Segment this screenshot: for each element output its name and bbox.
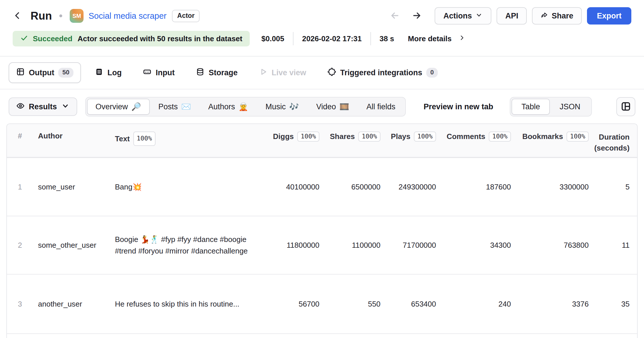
share-icon: [541, 11, 548, 21]
divider: [293, 32, 293, 45]
shares-cell: 1100000: [319, 241, 380, 250]
table-row[interactable]: 3 another_user He refuses to skip this i…: [7, 274, 637, 333]
column-header-author[interactable]: Author: [38, 132, 115, 140]
column-settings-button[interactable]: [616, 97, 635, 116]
comments-cell: 187600: [436, 183, 511, 191]
format-json-option[interactable]: JSON: [550, 99, 590, 115]
column-header-text[interactable]: Text 100%: [115, 132, 262, 146]
author-cell: some_user: [38, 183, 115, 191]
row-index: 3: [7, 300, 38, 309]
film-frames-emoji: 🎞️: [340, 102, 349, 111]
column-header-shares[interactable]: Shares 100%: [319, 132, 380, 142]
page-title: Run: [31, 10, 52, 22]
tab-input-label: Input: [156, 68, 175, 77]
view-all-fields[interactable]: All fields: [358, 99, 404, 115]
view-video[interactable]: Video 🎞️: [308, 99, 358, 115]
tab-output[interactable]: Output 50: [9, 62, 81, 83]
text-fill-badge: 100%: [133, 132, 156, 146]
diggs-cell: 40100000: [262, 183, 319, 191]
duration-cell: 35: [589, 300, 637, 309]
run-datetime: 2026-02-02 17:31: [302, 34, 362, 43]
column-header-plays[interactable]: Plays 100%: [380, 132, 436, 142]
view-posts[interactable]: Posts ✉️: [150, 99, 200, 115]
bookmarks-fill-badge: 100%: [567, 132, 589, 142]
status-badge: Succeeded Actor succeeded with 50 result…: [13, 31, 250, 46]
text-cell: 🙂: [115, 334, 262, 338]
api-button[interactable]: API: [497, 7, 527, 25]
text-cell: He refuses to skip this in his routine..…: [115, 298, 262, 310]
view-posts-label: Posts: [158, 102, 178, 111]
status-state: Succeeded: [33, 34, 72, 43]
magnifier-emoji: 🔎: [131, 102, 141, 111]
diggs-cell: 56700: [262, 300, 319, 309]
shares-cell: 550: [319, 300, 380, 309]
view-overview[interactable]: Overview 🔎: [87, 99, 150, 115]
more-details-label: More details: [408, 34, 452, 43]
tab-input[interactable]: Input: [135, 62, 182, 83]
comments-cell: 34300: [436, 241, 511, 250]
view-all-fields-label: All fields: [366, 102, 395, 111]
tab-log[interactable]: Log: [87, 62, 129, 83]
author-cell: another_user: [38, 300, 115, 309]
export-button[interactable]: Export: [587, 7, 631, 25]
actions-button[interactable]: Actions: [435, 7, 491, 25]
tab-output-label: Output: [29, 68, 54, 77]
text-cell: Boogie 💃🕺 #fyp #fyy #dance #boogie #tren…: [115, 234, 262, 257]
tab-triggered-integrations[interactable]: Triggered integrations 0: [320, 62, 445, 83]
run-detail-page: Run SM Social media scraper Actor Action…: [0, 0, 644, 338]
plays-cell: 249300000: [380, 183, 436, 191]
elf-emoji: 🧝: [238, 102, 248, 111]
format-table-option[interactable]: Table: [512, 99, 550, 115]
comments-header-label: Comments: [447, 132, 485, 141]
row-index: 1: [7, 183, 38, 191]
actor-name-link[interactable]: Social media scraper: [88, 11, 166, 21]
shares-fill-badge: 100%: [358, 132, 380, 142]
status-message: Actor succeeded with 50 results in the d…: [77, 34, 242, 43]
bookmarks-cell: 3376: [511, 300, 589, 309]
column-header-index[interactable]: #: [7, 132, 38, 140]
tab-storage-label: Storage: [209, 68, 238, 77]
column-header-bookmarks[interactable]: Bookmarks 100%: [511, 132, 589, 142]
view-switcher: Overview 🔎 Posts ✉️ Authors 🧝 Music 🎶 Vi…: [85, 97, 406, 117]
bookmarks-cell: 3300000: [511, 183, 589, 191]
envelope-emoji: ✉️: [181, 102, 191, 111]
view-authors[interactable]: Authors 🧝: [200, 99, 257, 115]
share-button[interactable]: Share: [532, 7, 582, 25]
chevron-left-icon: [13, 11, 22, 21]
author-header-label: Author: [38, 132, 62, 140]
duration-cell: 11: [589, 241, 637, 250]
column-header-duration[interactable]: Duration (seconds): [589, 132, 637, 153]
status-row: Succeeded Actor succeeded with 50 result…: [0, 31, 644, 47]
format-toggle: Table JSON: [510, 97, 592, 117]
actions-label: Actions: [443, 12, 472, 20]
columns-layout-icon: [621, 101, 631, 112]
plays-header-label: Plays: [391, 132, 410, 141]
bookmarks-cell: 763800: [511, 241, 589, 250]
next-run-button[interactable]: [412, 10, 422, 22]
plays-cell: 71700000: [380, 241, 436, 250]
view-music[interactable]: Music 🎶: [257, 99, 308, 115]
more-details-button[interactable]: More details: [408, 34, 465, 43]
integrations-count-badge: 0: [426, 68, 438, 78]
table-row[interactable]: 1 some_user Bang💥 40100000 6500000 24930…: [7, 157, 637, 216]
previous-run-button[interactable]: [390, 10, 400, 22]
table-row[interactable]: 2 some_other_user Boogie 💃🕺 #fyp #fyy #d…: [7, 216, 637, 274]
divider: [370, 32, 371, 45]
format-table-label: Table: [521, 102, 540, 111]
table-row-partial[interactable]: 🙂: [7, 333, 637, 338]
column-header-comments[interactable]: Comments 100%: [436, 132, 511, 142]
results-dropdown[interactable]: Results: [9, 97, 77, 116]
tab-storage[interactable]: Storage: [188, 62, 245, 83]
row-index: 2: [7, 241, 38, 250]
preview-in-new-tab-button[interactable]: Preview in new tab: [424, 102, 493, 111]
eye-icon: [16, 102, 25, 112]
comments-fill-badge: 100%: [489, 132, 511, 142]
actor-type-badge: Actor: [172, 10, 200, 22]
run-duration: 38 s: [380, 34, 394, 43]
tab-log-label: Log: [107, 68, 122, 77]
back-button[interactable]: [13, 11, 22, 21]
column-header-diggs[interactable]: Diggs 100%: [262, 132, 319, 142]
view-authors-label: Authors: [208, 102, 235, 111]
results-toolbar: Results Overview 🔎 Posts ✉️ Authors 🧝 Mu…: [0, 97, 644, 117]
tab-live-view: Live view: [251, 62, 314, 83]
